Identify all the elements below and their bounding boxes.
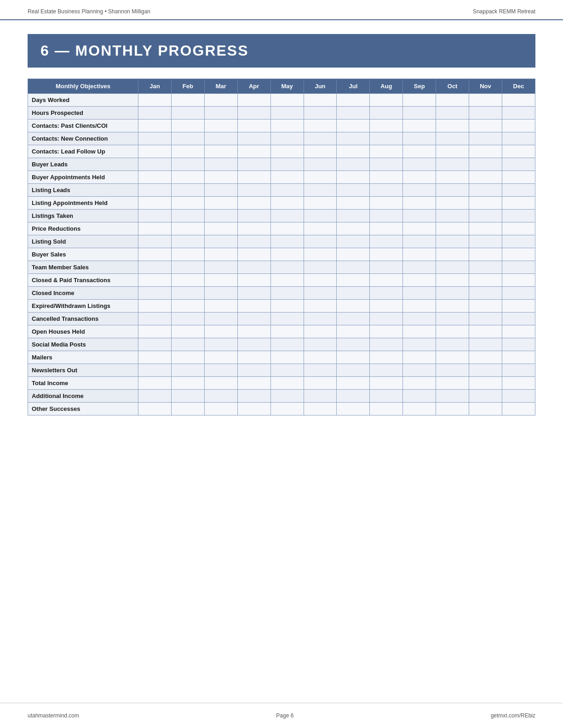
data-cell[interactable] [370,210,403,222]
data-cell[interactable] [171,94,204,107]
data-cell[interactable] [304,197,337,210]
data-cell[interactable] [502,313,535,325]
data-cell[interactable] [337,94,370,107]
data-cell[interactable] [469,235,502,248]
data-cell[interactable] [237,210,270,222]
data-cell[interactable] [502,364,535,377]
data-cell[interactable] [403,338,436,351]
data-cell[interactable] [304,300,337,313]
data-cell[interactable] [403,132,436,145]
data-cell[interactable] [204,184,237,197]
data-cell[interactable] [502,338,535,351]
data-cell[interactable] [270,364,304,377]
data-cell[interactable] [304,222,337,235]
data-cell[interactable] [204,171,237,184]
data-cell[interactable] [370,248,403,261]
data-cell[interactable] [502,94,535,107]
data-cell[interactable] [304,338,337,351]
data-cell[interactable] [370,364,403,377]
data-cell[interactable] [370,351,403,364]
data-cell[interactable] [370,274,403,287]
data-cell[interactable] [237,119,270,132]
data-cell[interactable] [436,222,469,235]
data-cell[interactable] [370,119,403,132]
data-cell[interactable] [337,119,370,132]
data-cell[interactable] [138,132,172,145]
data-cell[interactable] [171,248,204,261]
data-cell[interactable] [270,325,304,338]
data-cell[interactable] [270,261,304,274]
data-cell[interactable] [138,300,172,313]
data-cell[interactable] [469,171,502,184]
data-cell[interactable] [270,184,304,197]
data-cell[interactable] [204,313,237,325]
data-cell[interactable] [237,338,270,351]
data-cell[interactable] [469,390,502,403]
data-cell[interactable] [138,119,172,132]
data-cell[interactable] [337,364,370,377]
data-cell[interactable] [469,107,502,119]
data-cell[interactable] [237,274,270,287]
data-cell[interactable] [171,325,204,338]
data-cell[interactable] [237,403,270,415]
data-cell[interactable] [469,274,502,287]
data-cell[interactable] [403,364,436,377]
data-cell[interactable] [436,351,469,364]
data-cell[interactable] [270,338,304,351]
data-cell[interactable] [502,235,535,248]
data-cell[interactable] [138,403,172,415]
data-cell[interactable] [138,248,172,261]
data-cell[interactable] [270,313,304,325]
data-cell[interactable] [337,158,370,171]
data-cell[interactable] [204,338,237,351]
data-cell[interactable] [469,210,502,222]
data-cell[interactable] [403,222,436,235]
data-cell[interactable] [469,132,502,145]
data-cell[interactable] [436,338,469,351]
data-cell[interactable] [403,390,436,403]
data-cell[interactable] [138,313,172,325]
data-cell[interactable] [337,235,370,248]
data-cell[interactable] [138,377,172,390]
data-cell[interactable] [403,145,436,158]
data-cell[interactable] [469,94,502,107]
data-cell[interactable] [171,351,204,364]
data-cell[interactable] [502,377,535,390]
data-cell[interactable] [502,132,535,145]
data-cell[interactable] [370,158,403,171]
data-cell[interactable] [237,287,270,300]
data-cell[interactable] [469,325,502,338]
data-cell[interactable] [270,171,304,184]
data-cell[interactable] [436,403,469,415]
data-cell[interactable] [304,261,337,274]
data-cell[interactable] [171,235,204,248]
data-cell[interactable] [502,119,535,132]
data-cell[interactable] [502,261,535,274]
data-cell[interactable] [171,119,204,132]
data-cell[interactable] [370,287,403,300]
data-cell[interactable] [469,364,502,377]
data-cell[interactable] [370,132,403,145]
data-cell[interactable] [370,377,403,390]
data-cell[interactable] [204,377,237,390]
data-cell[interactable] [469,300,502,313]
data-cell[interactable] [204,158,237,171]
data-cell[interactable] [304,132,337,145]
data-cell[interactable] [204,235,237,248]
data-cell[interactable] [403,94,436,107]
data-cell[interactable] [237,107,270,119]
data-cell[interactable] [370,261,403,274]
data-cell[interactable] [138,390,172,403]
data-cell[interactable] [171,145,204,158]
data-cell[interactable] [469,338,502,351]
data-cell[interactable] [304,145,337,158]
data-cell[interactable] [138,351,172,364]
data-cell[interactable] [237,94,270,107]
data-cell[interactable] [270,210,304,222]
data-cell[interactable] [337,145,370,158]
data-cell[interactable] [138,210,172,222]
data-cell[interactable] [270,197,304,210]
data-cell[interactable] [502,210,535,222]
data-cell[interactable] [237,184,270,197]
data-cell[interactable] [337,390,370,403]
